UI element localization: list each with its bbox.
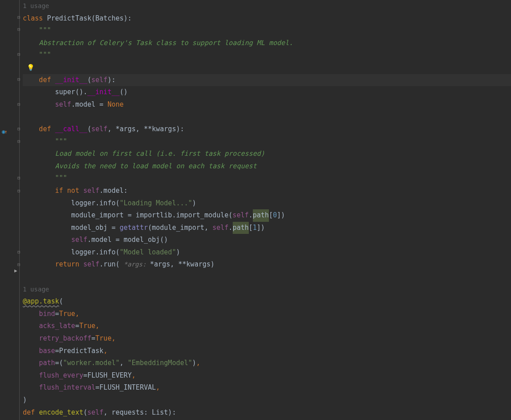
- code-line[interactable]: self.model = model_obj(): [23, 234, 511, 246]
- code-line[interactable]: def __call__(self, *args, **kwargs):: [23, 123, 511, 136]
- fold-icon[interactable]: ⊟: [16, 15, 21, 20]
- code-line[interactable]: [23, 111, 511, 123]
- code-line[interactable]: """: [23, 25, 511, 37]
- code-line[interactable]: bind=True,: [23, 308, 511, 320]
- fold-icon[interactable]: ⊟: [16, 52, 21, 57]
- code-line[interactable]: Load model on first call (i.e. first tas…: [23, 148, 511, 160]
- code-line[interactable]: [23, 62, 511, 74]
- gutter[interactable]: ⊟ ⊟ ⊟ ⊟ ⊟ ⊟ ⊟ ⊟ ⊟ ⊟ ⊟ ▶ ◉↑: [0, 0, 21, 420]
- code-line[interactable]: path=("worker.model", "EmbeddingModel"),: [23, 357, 511, 370]
- code-line[interactable]: flush_interval=FLUSH_INTERVAL,: [23, 382, 511, 394]
- code-line[interactable]: class PredictTask(Batches):: [23, 12, 511, 25]
- expand-icon[interactable]: ▶: [14, 266, 17, 275]
- code-line[interactable]: acks_late=True,: [23, 320, 511, 333]
- usage-hint[interactable]: 1 usage: [23, 283, 511, 296]
- code-line[interactable]: super().__init__(): [23, 86, 511, 99]
- code-line[interactable]: return self.run( *args: *args, **kwargs): [23, 258, 511, 271]
- fold-icon[interactable]: ⊟: [16, 188, 21, 194]
- code-line[interactable]: base=PredictTask,: [23, 345, 511, 358]
- fold-icon[interactable]: ⊟: [16, 250, 21, 255]
- code-line-current[interactable]: def __init__(self):: [23, 74, 511, 87]
- code-editor[interactable]: ⊟ ⊟ ⊟ ⊟ ⊟ ⊟ ⊟ ⊟ ⊟ ⊟ ⊟ ▶ ◉↑ 💡 1 usage cla…: [0, 0, 511, 420]
- fold-guide-line: [19, 0, 20, 420]
- code-line[interactable]: logger.info("Loading Model..."): [23, 197, 511, 210]
- code-line[interactable]: """: [23, 49, 511, 62]
- code-line[interactable]: Abstraction of Celery's Task class to su…: [23, 37, 511, 50]
- usage-hint[interactable]: 1 usage: [23, 0, 511, 12]
- code-line[interactable]: """: [23, 136, 511, 148]
- code-line[interactable]: retry_backoff=True,: [23, 333, 511, 345]
- fold-icon[interactable]: ⊟: [16, 175, 21, 181]
- code-line[interactable]: model_obj = getattr(module_import, self.…: [23, 222, 511, 234]
- fold-icon[interactable]: ⊟: [16, 27, 21, 32]
- fold-icon[interactable]: ⊟: [16, 139, 21, 144]
- fold-icon[interactable]: ⊟: [16, 102, 21, 107]
- code-line[interactable]: self.model = None: [23, 99, 511, 111]
- code-line[interactable]: flush_every=FLUSH_EVERY,: [23, 370, 511, 382]
- code-line[interactable]: ): [23, 394, 511, 407]
- code-line[interactable]: @app.task(: [23, 295, 511, 308]
- fold-icon[interactable]: ⊟: [16, 77, 21, 82]
- code-line[interactable]: [23, 271, 511, 283]
- code-line[interactable]: logger.info("Model loaded"): [23, 246, 511, 259]
- code-line[interactable]: """: [23, 172, 511, 185]
- code-line[interactable]: module_import = importlib.import_module(…: [23, 209, 511, 222]
- run-gutter-icon[interactable]: ◉↑: [2, 126, 7, 137]
- code-area[interactable]: 1 usage class PredictTask(Batches): """ …: [21, 0, 511, 420]
- code-line[interactable]: def encode_text(self, requests: List):: [23, 407, 511, 419]
- code-line[interactable]: Avoids the need to load model on each ta…: [23, 160, 511, 173]
- code-line[interactable]: if not self.model:: [23, 185, 511, 197]
- fold-icon[interactable]: ⊟: [16, 126, 21, 132]
